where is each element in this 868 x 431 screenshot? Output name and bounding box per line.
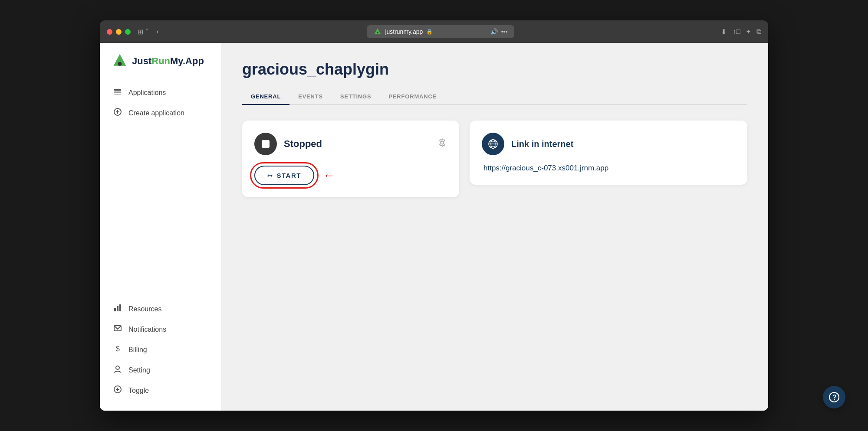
- sidebar-item-applications-label: Applications: [128, 89, 166, 97]
- windows-icon[interactable]: ⧉: [756, 28, 761, 36]
- status-left: Stopped: [254, 133, 322, 155]
- plus-circle-icon: [113, 108, 122, 118]
- svg-point-19: [441, 141, 444, 144]
- bar-chart-icon: [113, 304, 122, 314]
- back-button[interactable]: ‹: [155, 26, 160, 37]
- sidebar-item-toggle-label: Toggle: [128, 387, 149, 395]
- address-bar-container: justrunmy.app 🔒 🔊 •••: [166, 25, 716, 38]
- svg-rect-5: [114, 91, 121, 93]
- new-tab-icon[interactable]: +: [746, 28, 750, 36]
- start-btn-wrapper: ↦ START: [254, 166, 314, 185]
- svg-text:$: $: [116, 345, 120, 353]
- logo-area: JustRunMy.App: [100, 53, 221, 83]
- nav-section-top: Applications Create application: [100, 83, 221, 123]
- svg-text:?: ?: [832, 394, 837, 401]
- traffic-lights: [107, 29, 131, 35]
- site-favicon: [374, 28, 381, 36]
- svg-point-15: [116, 366, 119, 369]
- svg-rect-11: [117, 306, 118, 311]
- start-arrow-icon: ↦: [267, 172, 273, 179]
- start-button-row: ↦ START ←: [254, 166, 447, 185]
- sidebar-item-create-application-label: Create application: [128, 109, 184, 117]
- status-card: Stopped: [242, 121, 459, 197]
- page-title: gracious_chaplygin: [242, 60, 747, 78]
- globe-icon-circle: [482, 133, 504, 155]
- status-label: Stopped: [284, 138, 322, 150]
- stop-icon: [262, 140, 270, 148]
- address-bar[interactable]: justrunmy.app 🔒 🔊 •••: [367, 25, 514, 38]
- title-bar-right: ⬇ ↑□ + ⧉: [721, 28, 761, 36]
- sidebar-item-billing[interactable]: $ Billing: [107, 340, 214, 359]
- sidebar-item-billing-label: Billing: [128, 346, 147, 354]
- tab-settings[interactable]: SETTINGS: [332, 89, 380, 105]
- svg-rect-10: [114, 308, 116, 311]
- minimize-button[interactable]: [116, 29, 122, 35]
- svg-point-1: [377, 32, 378, 33]
- title-bar-controls: ⊞ ˅ ‹: [136, 26, 161, 38]
- close-button[interactable]: [107, 29, 112, 35]
- internet-link[interactable]: https://gracious_c-073.xs001.jrnm.app: [483, 164, 735, 173]
- sidebar: JustRunMy.App Applications: [100, 43, 221, 411]
- share-icon[interactable]: ↑□: [733, 28, 740, 36]
- logo-my-app: My.App: [170, 56, 204, 66]
- maximize-button[interactable]: [125, 29, 131, 35]
- main-content: gracious_chaplygin GENERAL EVENTS SETTIN…: [221, 43, 768, 411]
- lock-icon: 🔒: [426, 29, 433, 35]
- tabs: GENERAL EVENTS SETTINGS PERFORMANCE: [242, 89, 747, 105]
- person-icon: [113, 365, 122, 375]
- sidebar-item-notifications[interactable]: Notifications: [107, 320, 214, 339]
- sidebar-item-resources[interactable]: Resources: [107, 299, 214, 319]
- fab-button[interactable]: ?: [823, 386, 845, 408]
- logo-icon: [112, 53, 128, 69]
- audio-icon[interactable]: 🔊: [490, 28, 498, 35]
- dollar-icon: $: [113, 344, 122, 355]
- internet-card-title: Link in internet: [511, 139, 573, 149]
- status-card-header: Stopped: [254, 133, 447, 155]
- internet-card: Link in internet https://gracious_c-073.…: [470, 121, 747, 185]
- red-arrow-icon: ←: [323, 170, 335, 182]
- svg-rect-4: [114, 89, 121, 91]
- tab-performance[interactable]: PERFORMANCE: [380, 89, 445, 105]
- sidebar-item-create-application[interactable]: Create application: [107, 103, 214, 123]
- status-icon-circle: [254, 133, 277, 155]
- download-icon[interactable]: ⬇: [721, 28, 727, 36]
- sidebar-item-setting[interactable]: Setting: [107, 360, 214, 380]
- cards-row: Stopped: [242, 121, 747, 197]
- tab-general[interactable]: GENERAL: [242, 89, 289, 105]
- more-icon[interactable]: •••: [501, 28, 508, 35]
- logo-just: Just: [132, 56, 151, 66]
- internet-card-header: Link in internet: [482, 133, 735, 155]
- help-icon: ?: [829, 392, 840, 403]
- start-button[interactable]: ↦ START: [254, 166, 314, 185]
- nav-section-bottom: Resources Notifications $: [100, 299, 221, 400]
- toggle-icon: [113, 385, 122, 396]
- tab-events[interactable]: EVENTS: [289, 89, 332, 105]
- gear-icon[interactable]: [437, 138, 447, 150]
- sidebar-toggle-icon[interactable]: ⊞ ˅: [136, 26, 150, 38]
- start-button-label: START: [277, 172, 301, 179]
- logo-run: Run: [151, 56, 170, 66]
- title-bar: ⊞ ˅ ‹ justrunmy.app 🔒 🔊 ••• ⬇ ↑□ + ⧉: [100, 20, 768, 43]
- mail-icon: [113, 324, 122, 335]
- svg-rect-12: [119, 304, 121, 311]
- sidebar-item-notifications-label: Notifications: [128, 326, 166, 333]
- sidebar-item-resources-label: Resources: [128, 305, 161, 313]
- sidebar-item-applications[interactable]: Applications: [107, 83, 214, 102]
- url-text: justrunmy.app: [385, 28, 423, 35]
- sidebar-item-toggle[interactable]: Toggle: [107, 381, 214, 400]
- browser-content: JustRunMy.App Applications: [100, 43, 768, 411]
- layers-icon: [113, 87, 122, 98]
- svg-point-3: [118, 62, 122, 66]
- svg-rect-6: [114, 94, 121, 95]
- logo-text: JustRunMy.App: [132, 56, 204, 67]
- sidebar-item-setting-label: Setting: [128, 366, 150, 374]
